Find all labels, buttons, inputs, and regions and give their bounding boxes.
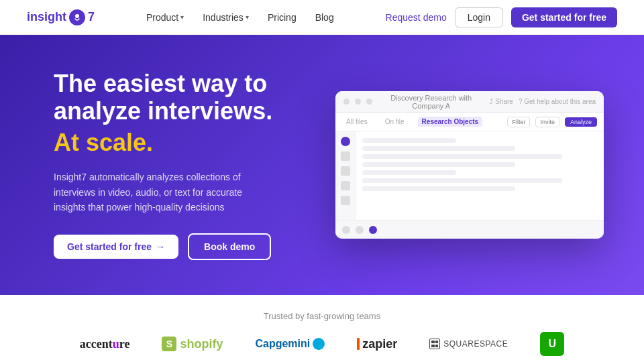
upwork-logo: U — [540, 332, 564, 356]
nav-industries[interactable]: Industries ▾ — [203, 12, 249, 23]
nav-pricing[interactable]: Pricing — [268, 12, 297, 23]
window-dot-yellow — [355, 99, 361, 105]
hero-buttons: Get started for free → Book demo — [54, 233, 295, 260]
chevron-down-icon: ▾ — [180, 13, 184, 21]
content-line — [362, 186, 515, 191]
tab-on-file[interactable]: On file — [381, 117, 409, 127]
trusted-section: Trusted by fast-growing teams accenture … — [0, 295, 644, 362]
get-started-nav-button[interactable]: Get started for free — [511, 7, 617, 27]
nav-actions: Request demo Login Get started for free — [386, 7, 617, 27]
app-sidebar — [335, 131, 356, 220]
content-line — [362, 170, 456, 175]
app-title: Discovery Research with Company A — [378, 94, 484, 110]
squarespace-logo: SQUARESPACE — [429, 339, 508, 349]
zapier-bar-icon — [357, 338, 360, 350]
svg-point-0 — [75, 14, 79, 18]
request-demo-link[interactable]: Request demo — [386, 12, 447, 23]
logo-text: insight — [27, 10, 66, 24]
bottom-icon-1 — [342, 226, 350, 234]
app-preview: Discovery Research with Company A ⤴ Shar… — [335, 91, 604, 239]
sidebar-icon-search — [341, 166, 350, 176]
capgemini-dot-icon — [313, 338, 325, 350]
hero-description: Insight7 automatically analyzes collecti… — [54, 170, 255, 215]
nav-links: Product ▾ Industries ▾ Pricing Blog — [146, 12, 334, 23]
help-icon: ? Get help about this area — [519, 98, 596, 105]
login-button[interactable]: Login — [455, 7, 503, 27]
analyze-button[interactable]: Analyze — [565, 117, 597, 127]
app-topbar-actions: ⤴ Share ? Get help about this area — [490, 98, 596, 105]
tab-research-objects[interactable]: Research Objects — [418, 117, 483, 127]
squarespace-grid-icon — [429, 339, 440, 349]
zapier-logo: zapier — [357, 337, 397, 351]
sidebar-icon-settings — [341, 181, 350, 190]
app-topbar: Discovery Research with Company A ⤴ Shar… — [335, 91, 604, 113]
hero-section: The easiest way to analyze interviews. A… — [0, 35, 644, 295]
shopify-logo: shopify — [162, 337, 223, 351]
accenture-accent: u — [113, 337, 119, 351]
tab-all-files[interactable]: All files — [342, 117, 372, 127]
content-line — [362, 138, 456, 143]
window-dot-red — [343, 99, 350, 105]
app-toolbar-right: Filter Invite Analyze — [507, 117, 597, 127]
logo[interactable]: insight 7 — [27, 9, 95, 25]
app-toolbar: All files On file Research Objects Filte… — [335, 113, 604, 131]
arrow-right-icon: → — [156, 241, 165, 252]
chevron-down-icon: ▾ — [246, 13, 249, 21]
accenture-logo: accenture — [80, 337, 130, 351]
logo-number: 7 — [88, 10, 95, 24]
navbar: insight 7 Product ▾ Industries ▾ Pricing… — [0, 0, 644, 35]
bottom-icon-2 — [356, 226, 364, 234]
app-body — [335, 131, 604, 220]
hero-accent: At scale. — [54, 127, 295, 159]
filter-button[interactable]: Filter — [507, 117, 530, 127]
sidebar-icon-files — [341, 152, 350, 161]
trusted-label: Trusted by fast-growing teams — [264, 311, 380, 321]
get-started-hero-button[interactable]: Get started for free → — [54, 235, 178, 259]
invite-button[interactable]: Invite — [535, 117, 559, 127]
content-line — [362, 162, 515, 167]
content-line — [362, 154, 562, 159]
app-content-lines — [362, 138, 597, 191]
sidebar-icon-chart — [341, 196, 350, 205]
window-dot-green — [366, 99, 372, 105]
share-icon: ⤴ Share — [490, 98, 513, 105]
bottom-icon-3 — [369, 226, 377, 234]
hero-title: The easiest way to analyze interviews. — [54, 70, 295, 125]
nav-blog[interactable]: Blog — [315, 12, 334, 23]
nav-product[interactable]: Product ▾ — [146, 12, 184, 23]
content-line — [362, 178, 562, 183]
hero-text: The easiest way to analyze interviews. A… — [54, 70, 295, 261]
app-bottom — [335, 220, 604, 239]
capgemini-logo: Capgemini — [255, 338, 325, 350]
app-content — [356, 131, 604, 220]
sidebar-icon-home — [341, 137, 350, 146]
content-line — [362, 146, 515, 151]
logo-icon — [69, 9, 85, 25]
book-demo-button[interactable]: Book demo — [188, 233, 271, 260]
shopify-icon — [162, 337, 176, 351]
trusted-logos: accenture shopify Capgemini zapier SQUAR… — [80, 332, 564, 356]
